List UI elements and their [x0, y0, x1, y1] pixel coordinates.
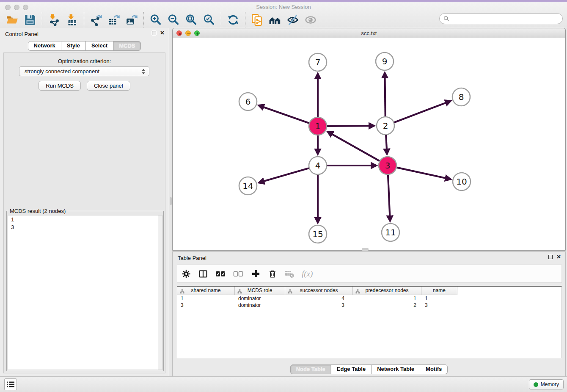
- add-row-button[interactable]: [251, 268, 260, 279]
- graph-node-6[interactable]: 6: [239, 93, 257, 110]
- memory-button[interactable]: Memory: [529, 379, 564, 389]
- search-input[interactable]: [449, 14, 562, 23]
- status-menu-button[interactable]: [4, 378, 17, 390]
- table-row[interactable]: 1dominator411: [177, 295, 561, 302]
- edge-2-9[interactable]: [385, 78, 385, 116]
- graph-node-10[interactable]: 10: [453, 173, 471, 190]
- open-session-button[interactable]: [6, 13, 19, 27]
- deselect-all-button[interactable]: [233, 268, 243, 279]
- edge-2-8[interactable]: [394, 103, 446, 122]
- graph-node-9[interactable]: 9: [376, 52, 394, 70]
- edge-4-14[interactable]: [264, 168, 308, 181]
- column-label: shared name: [191, 287, 220, 293]
- delete-row-button[interactable]: [268, 268, 277, 279]
- close-table-panel-icon[interactable]: ✕: [556, 255, 561, 259]
- column-header-successor-nodes[interactable]: successor nodes: [285, 287, 353, 295]
- table-cell[interactable]: 2: [353, 302, 421, 309]
- delete-table-button: [285, 268, 294, 279]
- select-all-button[interactable]: [215, 268, 226, 279]
- mcds-result-area[interactable]: 13: [8, 215, 162, 370]
- export-table-icon: [107, 14, 120, 26]
- graph-node-7[interactable]: 7: [309, 53, 327, 71]
- tab-motifs[interactable]: Motifs: [420, 364, 448, 374]
- horizontal-splitter-handle[interactable]: [362, 248, 369, 251]
- edge-2-3[interactable]: [386, 135, 387, 149]
- tab-network[interactable]: Network: [28, 41, 61, 51]
- tab-select[interactable]: Select: [86, 41, 113, 51]
- tab-edge-table[interactable]: Edge Table: [331, 364, 372, 374]
- zoom-selected-button[interactable]: [203, 13, 215, 27]
- splitter-handle[interactable]: [170, 197, 172, 205]
- table-cell[interactable]: 1: [421, 295, 457, 302]
- export-network-button[interactable]: [90, 13, 102, 27]
- edge-1-2[interactable]: [327, 126, 369, 126]
- edge-1-6[interactable]: [264, 107, 309, 123]
- export-network-icon: [90, 14, 102, 26]
- table-cell[interactable]: 3: [177, 302, 235, 309]
- table-cell[interactable]: 3: [285, 302, 353, 309]
- graph-node-14[interactable]: 14: [239, 177, 257, 195]
- graph-node-4[interactable]: 4: [309, 157, 327, 174]
- app-header: Session: New Session: [0, 2, 567, 28]
- column-header-predecessor-nodes[interactable]: predecessor nodes: [353, 287, 421, 295]
- open-session-icon: [6, 14, 19, 26]
- close-panel-button[interactable]: Close panel: [87, 81, 130, 91]
- column-header-name[interactable]: name: [421, 287, 457, 295]
- export-table-button[interactable]: [107, 13, 120, 27]
- import-table-button[interactable]: [66, 13, 78, 27]
- graph-node-15[interactable]: 15: [309, 225, 327, 243]
- zoom-fit-button[interactable]: [185, 13, 198, 27]
- tab-mcds[interactable]: MCDS: [113, 41, 141, 51]
- tab-node-table[interactable]: Node Table: [290, 364, 331, 374]
- table-row[interactable]: 3dominator323: [177, 302, 561, 309]
- table-cell[interactable]: 1: [177, 295, 235, 302]
- edge-3-10[interactable]: [396, 168, 445, 178]
- tab-style[interactable]: Style: [61, 41, 86, 51]
- first-neighbors-button[interactable]: [269, 13, 281, 27]
- graph-node-3[interactable]: 3: [379, 157, 396, 174]
- new-network-from-selection-button[interactable]: [251, 13, 264, 27]
- table-cell[interactable]: 1: [353, 295, 421, 302]
- column-header-shared-name[interactable]: shared name: [177, 287, 235, 295]
- hide-selected-button[interactable]: [286, 13, 299, 27]
- svg-text:2: 2: [383, 121, 388, 131]
- network-canvas[interactable]: 7968124314101511: [173, 38, 565, 250]
- graph-node-2[interactable]: 2: [377, 117, 394, 135]
- mcds-result-title: MCDS result (2 nodes): [8, 208, 67, 214]
- run-mcds-button[interactable]: Run MCDS: [39, 81, 81, 91]
- vertical-splitter[interactable]: [169, 28, 172, 377]
- status-bar: Memory: [0, 376, 567, 392]
- graph-node-8[interactable]: 8: [452, 88, 470, 106]
- network-window-titlebar[interactable]: scc.txt: [173, 28, 565, 38]
- hierarchy-icon: [288, 288, 292, 296]
- table-cell[interactable]: dominator: [235, 295, 285, 302]
- zoom-out-button[interactable]: [167, 13, 180, 27]
- graph-node-11[interactable]: 11: [382, 224, 399, 241]
- result-scrollbar[interactable]: [158, 215, 162, 370]
- float-table-panel-icon[interactable]: [548, 255, 553, 259]
- criterion-select[interactable]: strongly connected component: [19, 66, 149, 76]
- settings-button[interactable]: [182, 268, 191, 279]
- import-network-button[interactable]: [48, 13, 61, 27]
- column-layout-icon: [198, 269, 208, 279]
- list-icon: [6, 381, 15, 388]
- graph-node-1[interactable]: 1: [309, 117, 327, 135]
- table-cell[interactable]: dominator: [235, 302, 285, 309]
- edge-3-11[interactable]: [388, 175, 390, 216]
- search-box[interactable]: [439, 13, 563, 24]
- settings-icon: [182, 270, 190, 278]
- search-icon: [443, 16, 449, 22]
- close-panel-icon[interactable]: ✕: [160, 31, 165, 35]
- tab-network-table[interactable]: Network Table: [372, 364, 420, 374]
- table-cell[interactable]: 3: [421, 302, 457, 309]
- zoom-in-button[interactable]: [149, 13, 162, 27]
- save-session-button[interactable]: [24, 13, 36, 27]
- refresh-button[interactable]: [227, 13, 239, 27]
- deselect-all-icon: [233, 271, 243, 277]
- table-cell[interactable]: 4: [285, 295, 353, 302]
- column-layout-button[interactable]: [198, 268, 208, 279]
- column-header-mcds-role[interactable]: MCDS role: [235, 287, 285, 295]
- export-image-button[interactable]: [125, 13, 138, 27]
- float-panel-icon[interactable]: [152, 31, 156, 35]
- edge-3-1[interactable]: [332, 134, 380, 161]
